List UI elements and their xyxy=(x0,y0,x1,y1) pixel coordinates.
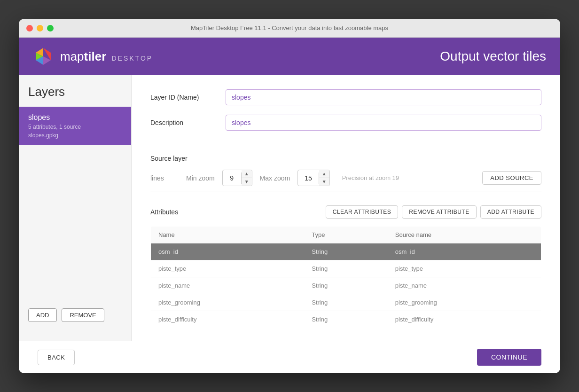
cell-name: piste_grooming xyxy=(151,294,305,311)
layer-id-label: Layer ID (Name) xyxy=(150,94,226,101)
logo-icon xyxy=(33,46,54,67)
description-row: Description xyxy=(150,115,541,131)
logo-map: map xyxy=(60,49,84,63)
min-zoom-control: 9 ▲ ▼ xyxy=(222,170,252,186)
min-zoom-up[interactable]: ▲ xyxy=(242,170,252,178)
cell-source: piste_type xyxy=(388,260,541,277)
continue-button[interactable]: CONTINUE xyxy=(477,349,541,366)
max-zoom-down[interactable]: ▼ xyxy=(319,178,329,186)
close-button[interactable] xyxy=(26,25,33,31)
sidebar-footer: ADD REMOVE xyxy=(19,299,131,331)
max-zoom-up[interactable]: ▲ xyxy=(319,170,329,178)
cell-name: osm_id xyxy=(151,243,305,260)
cell-name: piste_name xyxy=(151,277,305,294)
logo-area: maptiler DESKTOP xyxy=(33,46,153,67)
attribute-buttons: CLEAR ATTRIBUTES REMOVE ATTRIBUTE ADD AT… xyxy=(326,205,541,219)
cell-type: String xyxy=(304,260,388,277)
minimize-button[interactable] xyxy=(37,25,43,31)
remove-attribute-button[interactable]: REMOVE ATTRIBUTE xyxy=(402,205,476,219)
window-title: MapTiler Desktop Free 11.1 - Convert you… xyxy=(191,24,388,31)
back-button[interactable]: BACK xyxy=(38,350,75,365)
sidebar: Layers slopes 5 attributes, 1 source slo… xyxy=(19,75,132,341)
source-layer-label: Source layer xyxy=(150,155,541,162)
max-zoom-control: 15 ▲ ▼ xyxy=(297,170,329,186)
max-zoom-value: 15 xyxy=(298,172,319,184)
min-zoom-down[interactable]: ▼ xyxy=(242,178,252,186)
col-source: Source name xyxy=(388,227,541,243)
sidebar-item-meta2: slopes.gpkg xyxy=(28,132,122,139)
sidebar-title: Layers xyxy=(19,85,131,107)
min-zoom-arrows: ▲ ▼ xyxy=(242,170,252,186)
sidebar-item-meta1: 5 attributes, 1 source xyxy=(28,124,122,130)
description-input[interactable] xyxy=(226,115,541,131)
cell-type: String xyxy=(304,277,388,294)
sidebar-item-slopes[interactable]: slopes 5 attributes, 1 source slopes.gpk… xyxy=(19,107,131,145)
max-zoom-arrows: ▲ ▼ xyxy=(319,170,329,186)
logo-tiler: tiler xyxy=(84,49,107,63)
min-zoom-label: Min zoom xyxy=(186,174,215,182)
footer: BACK CONTINUE xyxy=(19,341,560,373)
sidebar-item-name: slopes xyxy=(28,113,122,122)
cell-name: piste_type xyxy=(151,260,305,277)
attributes-title: Attributes xyxy=(150,208,178,216)
max-zoom-label: Max zoom xyxy=(260,174,290,182)
description-label: Description xyxy=(150,119,226,126)
add-source-button[interactable]: ADD SOURCE xyxy=(482,171,541,185)
table-header-row: Name Type Source name xyxy=(151,227,541,243)
col-type: Type xyxy=(304,227,388,243)
attributes-table: Name Type Source name osm_id String osm_… xyxy=(150,226,541,328)
cell-source: piste_grooming xyxy=(388,294,541,311)
page-title: Output vector tiles xyxy=(440,49,546,64)
precision-text: Precision at zoom 19 xyxy=(342,174,399,181)
attributes-header: Attributes CLEAR ATTRIBUTES REMOVE ATTRI… xyxy=(150,205,541,219)
main-area: Layers slopes 5 attributes, 1 source slo… xyxy=(19,75,560,341)
clear-attributes-button[interactable]: CLEAR ATTRIBUTES xyxy=(326,205,398,219)
app-header: maptiler DESKTOP Output vector tiles xyxy=(19,38,560,75)
table-row[interactable]: piste_grooming String piste_grooming xyxy=(151,294,541,311)
min-zoom-value: 9 xyxy=(223,172,242,184)
cell-type: String xyxy=(304,243,388,260)
cell-type: String xyxy=(304,294,388,311)
content-area: Layer ID (Name) Description Source layer… xyxy=(132,75,560,341)
cell-type: String xyxy=(304,311,388,328)
app-window: MapTiler Desktop Free 11.1 - Convert you… xyxy=(19,19,560,373)
maximize-button[interactable] xyxy=(47,25,54,31)
divider-2 xyxy=(150,191,541,191)
titlebar: MapTiler Desktop Free 11.1 - Convert you… xyxy=(19,19,560,38)
window-controls xyxy=(26,25,54,31)
table-row[interactable]: piste_name String piste_name xyxy=(151,277,541,294)
cell-source: piste_name xyxy=(388,277,541,294)
table-row[interactable]: piste_type String piste_type xyxy=(151,260,541,277)
col-name: Name xyxy=(151,227,305,243)
cell-source: piste_difficulty xyxy=(388,311,541,328)
source-row: lines Min zoom 9 ▲ ▼ Max zoom 15 ▲ ▼ xyxy=(150,170,541,186)
add-attribute-button[interactable]: ADD ATTRIBUTE xyxy=(480,205,541,219)
remove-layer-button[interactable]: REMOVE xyxy=(62,308,104,322)
table-row[interactable]: osm_id String osm_id xyxy=(151,243,541,260)
logo-text: maptiler DESKTOP xyxy=(60,49,153,64)
cell-source: osm_id xyxy=(388,243,541,260)
layer-id-row: Layer ID (Name) xyxy=(150,89,541,105)
source-name: lines xyxy=(150,174,179,182)
add-layer-button[interactable]: ADD xyxy=(28,308,57,322)
cell-name: piste_difficulty xyxy=(151,311,305,328)
divider-1 xyxy=(150,145,541,145)
layer-id-input[interactable] xyxy=(226,89,541,105)
logo-desktop: DESKTOP xyxy=(112,55,153,62)
table-row[interactable]: piste_difficulty String piste_difficulty xyxy=(151,311,541,328)
